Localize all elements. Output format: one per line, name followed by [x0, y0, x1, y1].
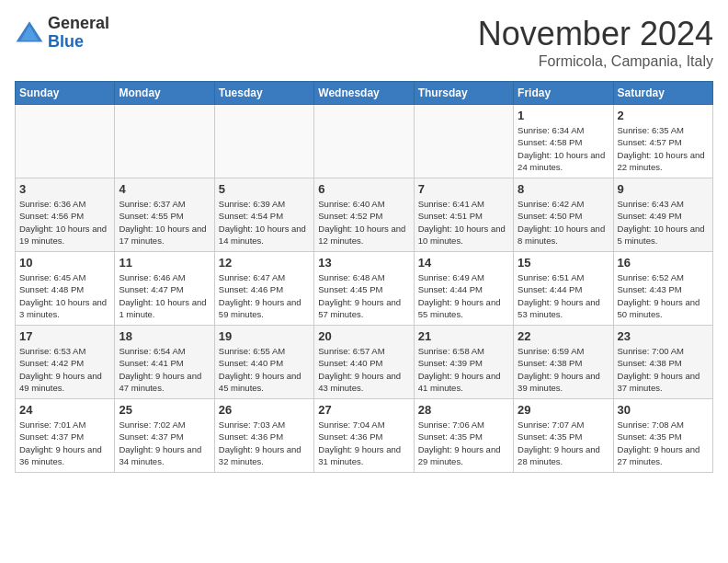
day-of-week-header: Saturday — [613, 82, 712, 105]
calendar-week-row: 24Sunrise: 7:01 AM Sunset: 4:37 PM Dayli… — [16, 399, 713, 473]
day-number: 12 — [219, 256, 310, 270]
calendar-day-cell — [314, 105, 414, 178]
calendar-day-cell — [214, 105, 313, 178]
calendar-week-row: 1Sunrise: 6:34 AM Sunset: 4:58 PM Daylig… — [16, 105, 713, 178]
calendar-day-cell: 24Sunrise: 7:01 AM Sunset: 4:37 PM Dayli… — [16, 399, 115, 473]
day-number: 30 — [618, 403, 709, 417]
day-info: Sunrise: 6:54 AM Sunset: 4:41 PM Dayligh… — [119, 345, 210, 394]
day-number: 26 — [219, 403, 310, 417]
day-of-week-header: Monday — [115, 82, 214, 105]
day-info: Sunrise: 6:57 AM Sunset: 4:40 PM Dayligh… — [318, 345, 409, 394]
calendar-day-cell: 20Sunrise: 6:57 AM Sunset: 4:40 PM Dayli… — [314, 326, 414, 399]
day-number: 24 — [19, 403, 110, 417]
day-info: Sunrise: 6:37 AM Sunset: 4:55 PM Dayligh… — [119, 198, 210, 247]
day-number: 23 — [618, 329, 709, 343]
calendar-day-cell: 5Sunrise: 6:39 AM Sunset: 4:54 PM Daylig… — [214, 178, 313, 252]
day-info: Sunrise: 6:48 AM Sunset: 4:45 PM Dayligh… — [318, 271, 409, 320]
day-number: 1 — [518, 109, 609, 122]
calendar-day-cell — [115, 105, 214, 178]
calendar-day-cell: 8Sunrise: 6:42 AM Sunset: 4:50 PM Daylig… — [514, 178, 613, 252]
day-info: Sunrise: 7:02 AM Sunset: 4:37 PM Dayligh… — [119, 419, 210, 467]
day-number: 14 — [418, 256, 509, 270]
calendar-header-row: SundayMondayTuesdayWednesdayThursdayFrid… — [16, 82, 713, 105]
day-number: 15 — [518, 256, 609, 270]
calendar-day-cell: 16Sunrise: 6:52 AM Sunset: 4:43 PM Dayli… — [613, 252, 712, 326]
logo-icon — [15, 18, 44, 48]
calendar-day-cell: 10Sunrise: 6:45 AM Sunset: 4:48 PM Dayli… — [16, 252, 115, 326]
calendar-day-cell: 13Sunrise: 6:48 AM Sunset: 4:45 PM Dayli… — [314, 252, 414, 326]
logo: General Blue — [15, 15, 109, 52]
calendar-day-cell: 7Sunrise: 6:41 AM Sunset: 4:51 PM Daylig… — [414, 178, 513, 252]
month-title: November 2024 — [478, 15, 713, 53]
day-number: 28 — [418, 403, 509, 417]
calendar-day-cell: 2Sunrise: 6:35 AM Sunset: 4:57 PM Daylig… — [613, 105, 712, 178]
calendar-day-cell: 28Sunrise: 7:06 AM Sunset: 4:35 PM Dayli… — [414, 399, 513, 473]
calendar-day-cell: 21Sunrise: 6:58 AM Sunset: 4:39 PM Dayli… — [414, 326, 513, 399]
logo-blue: Blue — [48, 33, 109, 52]
calendar-day-cell: 9Sunrise: 6:43 AM Sunset: 4:49 PM Daylig… — [613, 178, 712, 252]
calendar-day-cell: 4Sunrise: 6:37 AM Sunset: 4:55 PM Daylig… — [115, 178, 214, 252]
logo-text: General Blue — [48, 15, 109, 52]
title-area: November 2024 Formicola, Campania, Italy — [478, 15, 713, 70]
day-number: 18 — [119, 329, 210, 343]
day-info: Sunrise: 6:39 AM Sunset: 4:54 PM Dayligh… — [219, 198, 310, 247]
day-info: Sunrise: 6:34 AM Sunset: 4:58 PM Dayligh… — [518, 124, 609, 173]
day-number: 27 — [318, 403, 409, 417]
day-number: 8 — [518, 182, 609, 196]
day-info: Sunrise: 6:41 AM Sunset: 4:51 PM Dayligh… — [418, 198, 509, 247]
day-of-week-header: Tuesday — [214, 82, 313, 105]
location-title: Formicola, Campania, Italy — [478, 53, 713, 70]
day-of-week-header: Sunday — [16, 82, 115, 105]
day-number: 29 — [518, 403, 609, 417]
day-info: Sunrise: 6:51 AM Sunset: 4:44 PM Dayligh… — [518, 271, 609, 320]
day-number: 13 — [318, 256, 409, 270]
calendar-day-cell: 18Sunrise: 6:54 AM Sunset: 4:41 PM Dayli… — [115, 326, 214, 399]
calendar-day-cell: 27Sunrise: 7:04 AM Sunset: 4:36 PM Dayli… — [314, 399, 414, 473]
day-info: Sunrise: 7:00 AM Sunset: 4:38 PM Dayligh… — [618, 345, 709, 394]
calendar-week-row: 3Sunrise: 6:36 AM Sunset: 4:56 PM Daylig… — [16, 178, 713, 252]
day-number: 2 — [618, 109, 709, 122]
day-info: Sunrise: 6:47 AM Sunset: 4:46 PM Dayligh… — [219, 271, 310, 320]
day-info: Sunrise: 6:59 AM Sunset: 4:38 PM Dayligh… — [518, 345, 609, 394]
day-number: 17 — [19, 329, 110, 343]
calendar-day-cell: 15Sunrise: 6:51 AM Sunset: 4:44 PM Dayli… — [514, 252, 613, 326]
day-number: 6 — [318, 182, 409, 196]
day-info: Sunrise: 6:35 AM Sunset: 4:57 PM Dayligh… — [618, 124, 709, 173]
day-of-week-header: Friday — [514, 82, 613, 105]
logo-general: General — [48, 15, 109, 33]
calendar-day-cell — [16, 105, 115, 178]
calendar-day-cell: 29Sunrise: 7:07 AM Sunset: 4:35 PM Dayli… — [514, 399, 613, 473]
calendar-day-cell — [414, 105, 513, 178]
calendar-day-cell: 26Sunrise: 7:03 AM Sunset: 4:36 PM Dayli… — [214, 399, 313, 473]
day-of-week-header: Thursday — [414, 82, 513, 105]
day-number: 7 — [418, 182, 509, 196]
page-header: General Blue November 2024 Formicola, Ca… — [15, 15, 713, 70]
day-number: 20 — [318, 329, 409, 343]
day-info: Sunrise: 6:43 AM Sunset: 4:49 PM Dayligh… — [618, 198, 709, 247]
calendar-table: SundayMondayTuesdayWednesdayThursdayFrid… — [15, 81, 713, 473]
day-info: Sunrise: 6:55 AM Sunset: 4:40 PM Dayligh… — [219, 345, 310, 394]
calendar-week-row: 10Sunrise: 6:45 AM Sunset: 4:48 PM Dayli… — [16, 252, 713, 326]
day-number: 4 — [119, 182, 210, 196]
day-info: Sunrise: 7:01 AM Sunset: 4:37 PM Dayligh… — [19, 419, 110, 467]
calendar-day-cell: 3Sunrise: 6:36 AM Sunset: 4:56 PM Daylig… — [16, 178, 115, 252]
calendar-day-cell: 19Sunrise: 6:55 AM Sunset: 4:40 PM Dayli… — [214, 326, 313, 399]
day-number: 25 — [119, 403, 210, 417]
day-number: 3 — [19, 182, 110, 196]
day-info: Sunrise: 6:53 AM Sunset: 4:42 PM Dayligh… — [19, 345, 110, 394]
day-info: Sunrise: 7:08 AM Sunset: 4:35 PM Dayligh… — [618, 419, 709, 467]
day-number: 11 — [119, 256, 210, 270]
day-info: Sunrise: 6:42 AM Sunset: 4:50 PM Dayligh… — [518, 198, 609, 247]
calendar-day-cell: 30Sunrise: 7:08 AM Sunset: 4:35 PM Dayli… — [613, 399, 712, 473]
calendar-day-cell: 23Sunrise: 7:00 AM Sunset: 4:38 PM Dayli… — [613, 326, 712, 399]
day-number: 19 — [219, 329, 310, 343]
day-info: Sunrise: 7:07 AM Sunset: 4:35 PM Dayligh… — [518, 419, 609, 467]
day-info: Sunrise: 6:46 AM Sunset: 4:47 PM Dayligh… — [119, 271, 210, 320]
calendar-day-cell: 25Sunrise: 7:02 AM Sunset: 4:37 PM Dayli… — [115, 399, 214, 473]
day-of-week-header: Wednesday — [314, 82, 414, 105]
calendar-week-row: 17Sunrise: 6:53 AM Sunset: 4:42 PM Dayli… — [16, 326, 713, 399]
day-number: 9 — [618, 182, 709, 196]
day-info: Sunrise: 6:52 AM Sunset: 4:43 PM Dayligh… — [618, 271, 709, 320]
day-number: 16 — [618, 256, 709, 270]
day-info: Sunrise: 7:04 AM Sunset: 4:36 PM Dayligh… — [318, 419, 409, 467]
